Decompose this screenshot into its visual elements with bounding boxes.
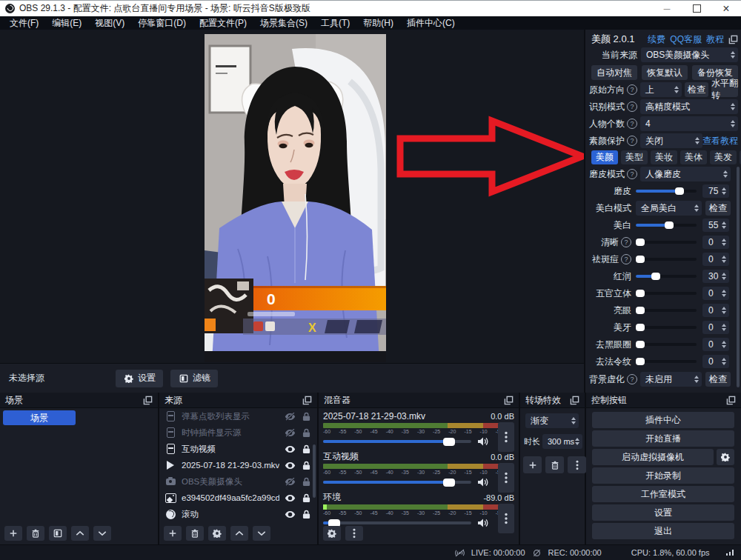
speaker-icon[interactable] bbox=[477, 477, 489, 487]
remove-source-button[interactable] bbox=[186, 526, 204, 541]
clarity-slider[interactable] bbox=[636, 241, 697, 244]
source-row[interactable]: OBS美颜摄像头 bbox=[159, 473, 317, 490]
smooth-value-spin[interactable]: 75 bbox=[702, 184, 729, 198]
volume-handle[interactable] bbox=[443, 479, 455, 487]
exit-button[interactable]: 退出 bbox=[592, 523, 734, 539]
mixer-menu-button[interactable] bbox=[345, 526, 363, 541]
whiten-mode-dropdown[interactable]: 全局美白 bbox=[636, 201, 702, 216]
smooth-mode-dropdown[interactable]: 人像磨皮 bbox=[640, 167, 731, 181]
help-icon[interactable] bbox=[627, 101, 637, 112]
volume-slider[interactable] bbox=[323, 481, 471, 484]
face-3d-value-spin[interactable]: 0 bbox=[702, 287, 729, 300]
add-scene-button[interactable] bbox=[4, 526, 22, 541]
move-scene-up-button[interactable] bbox=[71, 526, 89, 541]
source-row[interactable]: 互动视频 bbox=[159, 441, 317, 457]
menu-plugin-center[interactable]: 插件中心(C) bbox=[400, 17, 462, 30]
tab-hair[interactable]: 美发 bbox=[710, 150, 737, 164]
close-button[interactable] bbox=[711, 1, 741, 16]
studio-mode-button[interactable]: 工作室模式 bbox=[592, 486, 734, 502]
source-row[interactable]: 弹幕点歌列表显示 bbox=[159, 408, 317, 424]
autofocus-button[interactable]: 自动对焦 bbox=[591, 65, 637, 80]
smooth-slider[interactable] bbox=[636, 190, 697, 193]
help-icon[interactable] bbox=[627, 374, 637, 384]
menu-view[interactable]: 视图(V) bbox=[88, 17, 131, 30]
recognition-dropdown[interactable]: 高精度模式 bbox=[640, 99, 738, 114]
start-streaming-button[interactable]: 开始直播 bbox=[592, 430, 734, 447]
tab-body[interactable]: 美体 bbox=[680, 150, 707, 164]
lock-icon[interactable] bbox=[301, 460, 312, 471]
speaker-icon[interactable] bbox=[477, 518, 489, 528]
tutorial-link[interactable]: 教程 bbox=[706, 33, 724, 46]
start-recording-button[interactable]: 开始录制 bbox=[592, 467, 734, 484]
dark-circles-value-spin[interactable]: 0 bbox=[702, 338, 729, 351]
orientation-dropdown[interactable]: 上 bbox=[640, 82, 682, 97]
remove-transition-button[interactable] bbox=[545, 456, 564, 473]
qq-support-link[interactable]: QQ客服 bbox=[670, 33, 702, 46]
menu-docks[interactable]: 停靠窗口(D) bbox=[131, 17, 193, 30]
menu-profile[interactable]: 配置文件(P) bbox=[193, 17, 253, 30]
maximize-button[interactable] bbox=[682, 1, 711, 16]
nasolabial-value-spin[interactable]: 0 bbox=[702, 355, 729, 368]
source-row[interactable]: e394502df49aa5fc2a99cd2e7c bbox=[159, 490, 317, 506]
lock-icon[interactable] bbox=[301, 444, 312, 455]
eye-slash-icon[interactable] bbox=[285, 476, 296, 487]
transition-menu-button[interactable] bbox=[568, 456, 586, 473]
lock-icon[interactable] bbox=[301, 411, 312, 422]
source-row[interactable]: 2025-07-18 21-29-03.mkv bbox=[159, 457, 317, 473]
slider-handle[interactable] bbox=[651, 273, 660, 280]
menu-tools[interactable]: 工具(T) bbox=[314, 17, 356, 30]
menu-help[interactable]: 帮助(H) bbox=[356, 17, 400, 30]
minimize-button[interactable] bbox=[652, 1, 682, 16]
slider-handle[interactable] bbox=[636, 324, 645, 331]
help-icon[interactable] bbox=[627, 136, 637, 146]
rosy-value-spin[interactable]: 30 bbox=[702, 270, 729, 283]
help-icon[interactable] bbox=[627, 84, 637, 95]
plugin-center-button[interactable]: 插件中心 bbox=[592, 412, 734, 428]
slider-handle[interactable] bbox=[636, 307, 645, 314]
dark-circles-slider[interactable] bbox=[636, 343, 697, 346]
slider-handle[interactable] bbox=[636, 256, 645, 263]
source-filters-button[interactable]: 滤镜 bbox=[170, 370, 218, 387]
person-count-spinner[interactable]: 4 bbox=[640, 116, 738, 131]
lock-icon[interactable] bbox=[301, 476, 312, 487]
add-source-button[interactable] bbox=[164, 526, 182, 541]
speaker-icon[interactable] bbox=[477, 436, 489, 447]
start-virtual-camera-button[interactable]: 启动虚拟摄像机 bbox=[592, 449, 714, 465]
teeth-value-spin[interactable]: 0 bbox=[702, 321, 729, 334]
volume-slider[interactable] bbox=[323, 440, 471, 443]
whiten-check-button[interactable]: 检查 bbox=[705, 201, 731, 216]
scene-filters-button[interactable] bbox=[49, 526, 67, 541]
sources-scrollbar[interactable] bbox=[313, 444, 316, 498]
slider-handle[interactable] bbox=[636, 239, 645, 246]
protect-dropdown[interactable]: 关闭 bbox=[640, 133, 702, 148]
horizontal-flip-button[interactable]: 水平翻转 bbox=[711, 82, 738, 97]
whiten-slider[interactable] bbox=[636, 224, 697, 227]
remove-scene-button[interactable] bbox=[27, 526, 44, 541]
slider-handle[interactable] bbox=[636, 358, 645, 365]
slider-handle[interactable] bbox=[636, 290, 645, 297]
add-transition-button[interactable] bbox=[523, 456, 542, 473]
scene-list-item[interactable]: 场景 bbox=[3, 410, 76, 425]
channel-menu-button[interactable] bbox=[498, 504, 514, 533]
popout-icon[interactable] bbox=[570, 396, 579, 405]
lock-icon[interactable] bbox=[301, 509, 312, 520]
slider-handle[interactable] bbox=[675, 187, 684, 195]
clarity-value-spin[interactable]: 0 bbox=[702, 236, 729, 249]
menu-edit[interactable]: 编辑(E) bbox=[45, 17, 88, 30]
tab-makeup[interactable]: 美妆 bbox=[651, 150, 677, 164]
eye-icon[interactable] bbox=[285, 509, 296, 520]
tab-reshape[interactable]: 美型 bbox=[621, 150, 648, 164]
face-3d-slider[interactable] bbox=[636, 292, 697, 295]
popout-icon[interactable] bbox=[504, 396, 514, 405]
move-source-down-button[interactable] bbox=[253, 526, 270, 541]
popout-icon[interactable] bbox=[728, 35, 738, 44]
move-source-up-button[interactable] bbox=[230, 526, 248, 541]
channel-menu-button[interactable] bbox=[498, 463, 514, 493]
restore-default-button[interactable]: 恢复默认 bbox=[642, 65, 688, 80]
blemish-value-spin[interactable]: 0 bbox=[702, 253, 729, 266]
menu-file[interactable]: 文件(F) bbox=[3, 17, 45, 30]
eye-icon[interactable] bbox=[285, 493, 296, 504]
view-tutorial-link[interactable]: 查看教程 bbox=[702, 135, 738, 147]
beauty-panel-scrollbar[interactable] bbox=[737, 167, 740, 387]
slider-handle[interactable] bbox=[636, 341, 645, 348]
